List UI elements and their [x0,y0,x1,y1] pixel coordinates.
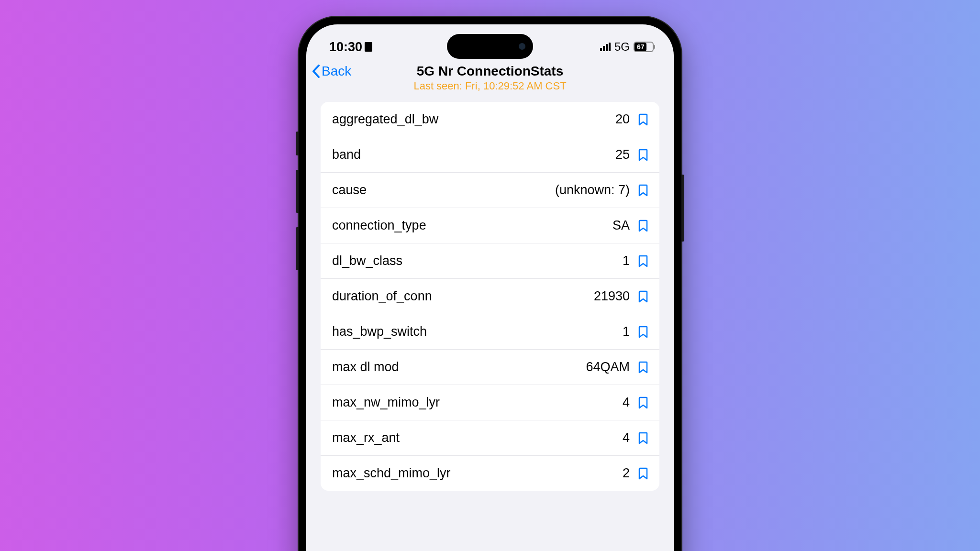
stat-row[interactable]: max_nw_mimo_lyr 4 [321,385,659,420]
stat-right: SA [612,218,648,233]
stat-right: 21930 [594,289,648,304]
stat-label: aggregated_dl_bw [332,112,438,127]
stat-value: 2 [623,466,630,481]
stat-right: (unknown: 7) [555,183,648,198]
bookmark-icon[interactable] [638,113,648,126]
stat-right: 2 [623,466,648,481]
chevron-left-icon [312,65,321,78]
page-subtitle: Last seen: Fri, 10:29:52 AM CST [316,80,664,92]
stat-label: band [332,147,361,162]
sim-icon [365,42,372,52]
bookmark-icon[interactable] [638,290,648,303]
stat-row[interactable]: max_rx_ant 4 [321,420,659,456]
bookmark-icon[interactable] [638,149,648,161]
bookmark-icon[interactable] [638,184,648,197]
stat-value: 20 [615,112,630,127]
stat-label: has_bwp_switch [332,324,427,339]
stat-value: 21930 [594,289,630,304]
stat-label: max dl mod [332,360,399,375]
bookmark-icon[interactable] [638,255,648,267]
stat-row[interactable]: connection_type SA [321,208,659,243]
stat-row[interactable]: has_bwp_switch 1 [321,314,659,350]
stat-value: 64QAM [586,360,630,375]
stat-value: 25 [615,147,630,162]
stat-right: 25 [615,147,648,162]
stat-label: connection_type [332,218,426,233]
stats-list[interactable]: aggregated_dl_bw 20 band 25 cause (unkno… [321,102,659,491]
signal-icon [600,43,611,51]
page-title: 5G Nr ConnectionStats [316,64,664,79]
stat-value: 1 [623,324,630,339]
time-text: 10:30 [329,40,362,55]
stat-row[interactable]: max_schd_mimo_lyr 2 [321,456,659,491]
bookmark-icon[interactable] [638,432,648,444]
stat-right: 1 [623,324,648,339]
stat-label: dl_bw_class [332,253,402,268]
stat-value: 1 [623,253,630,268]
phone-screen: 10:30 5G 67 B [306,24,674,551]
back-label: Back [322,64,351,79]
stat-right: 4 [623,430,648,445]
stat-label: max_schd_mimo_lyr [332,466,451,481]
bookmark-icon[interactable] [638,361,648,374]
battery-level: 67 [635,43,646,51]
dynamic-island [447,34,533,59]
volume-up-button [296,170,299,213]
front-camera [519,43,525,50]
status-time: 10:30 [329,40,372,55]
phone-side-buttons-left [296,132,299,285]
nav-header: Back 5G Nr ConnectionStats Last seen: Fr… [306,58,674,102]
stat-label: duration_of_conn [332,289,432,304]
network-label: 5G [614,40,630,54]
stat-value: (unknown: 7) [555,183,630,198]
bookmark-icon[interactable] [638,397,648,409]
stat-value: 4 [623,395,630,410]
stat-label: cause [332,183,367,198]
stat-label: max_rx_ant [332,430,400,445]
stat-right: 64QAM [586,360,648,375]
back-button[interactable]: Back [312,64,351,79]
volume-down-button [296,227,299,270]
bookmark-icon[interactable] [638,326,648,338]
stat-row[interactable]: dl_bw_class 1 [321,243,659,279]
mute-switch [296,132,299,155]
status-right: 5G 67 [600,40,654,54]
power-button [681,175,684,242]
battery-icon: 67 [634,42,654,52]
stat-label: max_nw_mimo_lyr [332,395,440,410]
stat-row[interactable]: band 25 [321,137,659,173]
stat-right: 20 [615,112,648,127]
stat-row[interactable]: cause (unknown: 7) [321,173,659,208]
phone-frame: 10:30 5G 67 B [299,17,681,551]
bookmark-icon[interactable] [638,467,648,480]
stat-row[interactable]: max dl mod 64QAM [321,350,659,385]
stat-right: 4 [623,395,648,410]
stat-right: 1 [623,253,648,268]
stat-row[interactable]: aggregated_dl_bw 20 [321,102,659,137]
stat-value: 4 [623,430,630,445]
stat-value: SA [612,218,630,233]
stat-row[interactable]: duration_of_conn 21930 [321,279,659,314]
content-area: aggregated_dl_bw 20 band 25 cause (unkno… [306,102,674,491]
bookmark-icon[interactable] [638,220,648,232]
